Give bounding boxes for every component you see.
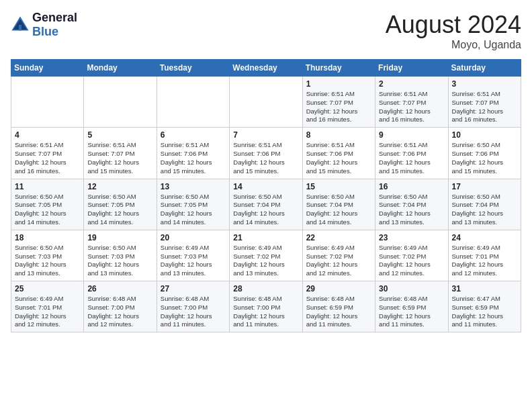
calendar-cell: 25Sunrise: 6:49 AM Sunset: 7:01 PM Dayli… xyxy=(11,281,84,332)
calendar-cell: 2Sunrise: 6:51 AM Sunset: 7:07 PM Daylig… xyxy=(375,77,448,128)
day-info: Sunrise: 6:47 AM Sunset: 6:59 PM Dayligh… xyxy=(452,295,517,329)
calendar-cell: 5Sunrise: 6:51 AM Sunset: 7:07 PM Daylig… xyxy=(84,128,157,179)
day-info: Sunrise: 6:48 AM Sunset: 7:00 PM Dayligh… xyxy=(161,295,226,329)
logo-icon xyxy=(11,15,30,34)
logo: General Blue xyxy=(11,11,77,39)
location-subtitle: Moyo, Uganda xyxy=(386,39,521,51)
day-number: 4 xyxy=(15,130,80,140)
day-number: 29 xyxy=(306,284,371,293)
weekday-header-friday: Friday xyxy=(375,60,448,77)
calendar-cell: 18Sunrise: 6:50 AM Sunset: 7:03 PM Dayli… xyxy=(11,230,84,281)
day-info: Sunrise: 6:50 AM Sunset: 7:04 PM Dayligh… xyxy=(306,193,371,227)
svg-rect-2 xyxy=(19,25,21,30)
calendar-cell: 24Sunrise: 6:49 AM Sunset: 7:01 PM Dayli… xyxy=(448,230,521,281)
calendar-cell: 1Sunrise: 6:51 AM Sunset: 7:07 PM Daylig… xyxy=(302,77,375,128)
calendar-cell xyxy=(230,77,302,128)
day-info: Sunrise: 6:50 AM Sunset: 7:05 PM Dayligh… xyxy=(87,193,152,227)
weekday-header-saturday: Saturday xyxy=(448,60,521,77)
day-number: 20 xyxy=(161,233,226,242)
day-number: 10 xyxy=(452,130,517,140)
calendar-cell: 7Sunrise: 6:51 AM Sunset: 7:06 PM Daylig… xyxy=(230,128,302,179)
calendar-cell: 21Sunrise: 6:49 AM Sunset: 7:02 PM Dayli… xyxy=(230,230,302,281)
day-number: 9 xyxy=(379,130,444,140)
day-number: 16 xyxy=(379,182,444,191)
calendar-cell: 29Sunrise: 6:48 AM Sunset: 6:59 PM Dayli… xyxy=(302,281,375,332)
day-number: 7 xyxy=(233,130,298,140)
calendar-cell: 6Sunrise: 6:51 AM Sunset: 7:06 PM Daylig… xyxy=(157,128,229,179)
calendar-cell: 27Sunrise: 6:48 AM Sunset: 7:00 PM Dayli… xyxy=(157,281,229,332)
month-year-title: August 2024 xyxy=(386,11,521,39)
day-number: 30 xyxy=(379,284,444,293)
week-row-1: 1Sunrise: 6:51 AM Sunset: 7:07 PM Daylig… xyxy=(11,77,521,128)
week-row-4: 18Sunrise: 6:50 AM Sunset: 7:03 PM Dayli… xyxy=(11,230,521,281)
calendar-cell: 4Sunrise: 6:51 AM Sunset: 7:07 PM Daylig… xyxy=(11,128,84,179)
day-number: 25 xyxy=(15,284,80,293)
week-row-2: 4Sunrise: 6:51 AM Sunset: 7:07 PM Daylig… xyxy=(11,128,521,179)
day-info: Sunrise: 6:50 AM Sunset: 7:04 PM Dayligh… xyxy=(379,193,444,227)
day-number: 17 xyxy=(452,182,517,191)
day-info: Sunrise: 6:50 AM Sunset: 7:04 PM Dayligh… xyxy=(452,193,517,227)
day-number: 28 xyxy=(233,284,298,293)
day-number: 3 xyxy=(452,79,517,89)
day-info: Sunrise: 6:49 AM Sunset: 7:02 PM Dayligh… xyxy=(379,244,444,278)
week-row-3: 11Sunrise: 6:50 AM Sunset: 7:05 PM Dayli… xyxy=(11,179,521,230)
day-number: 1 xyxy=(306,79,371,89)
calendar-cell: 3Sunrise: 6:51 AM Sunset: 7:07 PM Daylig… xyxy=(448,77,521,128)
day-number: 13 xyxy=(161,182,226,191)
day-info: Sunrise: 6:50 AM Sunset: 7:03 PM Dayligh… xyxy=(87,244,152,278)
day-info: Sunrise: 6:49 AM Sunset: 7:01 PM Dayligh… xyxy=(452,244,517,278)
day-info: Sunrise: 6:51 AM Sunset: 7:07 PM Dayligh… xyxy=(87,141,152,175)
day-info: Sunrise: 6:49 AM Sunset: 7:01 PM Dayligh… xyxy=(15,295,80,329)
weekday-header-monday: Monday xyxy=(84,60,157,77)
day-number: 8 xyxy=(306,130,371,140)
calendar-cell: 23Sunrise: 6:49 AM Sunset: 7:02 PM Dayli… xyxy=(375,230,448,281)
calendar-cell: 19Sunrise: 6:50 AM Sunset: 7:03 PM Dayli… xyxy=(84,230,157,281)
calendar-cell: 11Sunrise: 6:50 AM Sunset: 7:05 PM Dayli… xyxy=(11,179,84,230)
logo-text-general: General xyxy=(32,11,77,25)
day-number: 18 xyxy=(15,233,80,242)
day-number: 2 xyxy=(379,79,444,89)
day-number: 24 xyxy=(452,233,517,242)
calendar-cell: 13Sunrise: 6:50 AM Sunset: 7:05 PM Dayli… xyxy=(157,179,229,230)
day-info: Sunrise: 6:48 AM Sunset: 7:00 PM Dayligh… xyxy=(87,295,152,329)
page-header: General Blue August 2024 Moyo, Uganda xyxy=(11,11,521,51)
calendar-cell: 14Sunrise: 6:50 AM Sunset: 7:04 PM Dayli… xyxy=(230,179,302,230)
day-info: Sunrise: 6:51 AM Sunset: 7:07 PM Dayligh… xyxy=(15,141,80,175)
calendar-cell: 31Sunrise: 6:47 AM Sunset: 6:59 PM Dayli… xyxy=(448,281,521,332)
weekday-header-row: SundayMondayTuesdayWednesdayThursdayFrid… xyxy=(11,60,521,77)
day-info: Sunrise: 6:51 AM Sunset: 7:06 PM Dayligh… xyxy=(233,141,298,175)
day-info: Sunrise: 6:50 AM Sunset: 7:05 PM Dayligh… xyxy=(161,193,226,227)
day-number: 23 xyxy=(379,233,444,242)
logo-text-blue: Blue xyxy=(32,25,58,38)
day-info: Sunrise: 6:51 AM Sunset: 7:06 PM Dayligh… xyxy=(306,141,371,175)
calendar-cell: 16Sunrise: 6:50 AM Sunset: 7:04 PM Dayli… xyxy=(375,179,448,230)
day-number: 11 xyxy=(15,182,80,191)
day-info: Sunrise: 6:49 AM Sunset: 7:02 PM Dayligh… xyxy=(306,244,371,278)
calendar-cell: 10Sunrise: 6:50 AM Sunset: 7:06 PM Dayli… xyxy=(448,128,521,179)
calendar-cell: 17Sunrise: 6:50 AM Sunset: 7:04 PM Dayli… xyxy=(448,179,521,230)
calendar-cell: 8Sunrise: 6:51 AM Sunset: 7:06 PM Daylig… xyxy=(302,128,375,179)
calendar-table: SundayMondayTuesdayWednesdayThursdayFrid… xyxy=(11,59,521,332)
day-info: Sunrise: 6:51 AM Sunset: 7:06 PM Dayligh… xyxy=(379,141,444,175)
day-info: Sunrise: 6:49 AM Sunset: 7:03 PM Dayligh… xyxy=(161,244,226,278)
calendar-cell xyxy=(84,77,157,128)
calendar-cell: 15Sunrise: 6:50 AM Sunset: 7:04 PM Dayli… xyxy=(302,179,375,230)
calendar-cell: 26Sunrise: 6:48 AM Sunset: 7:00 PM Dayli… xyxy=(84,281,157,332)
calendar-cell: 22Sunrise: 6:49 AM Sunset: 7:02 PM Dayli… xyxy=(302,230,375,281)
weekday-header-thursday: Thursday xyxy=(302,60,375,77)
day-number: 12 xyxy=(87,182,152,191)
day-info: Sunrise: 6:48 AM Sunset: 7:00 PM Dayligh… xyxy=(233,295,298,329)
weekday-header-wednesday: Wednesday xyxy=(230,60,302,77)
calendar-cell: 9Sunrise: 6:51 AM Sunset: 7:06 PM Daylig… xyxy=(375,128,448,179)
day-number: 31 xyxy=(452,284,517,293)
title-block: August 2024 Moyo, Uganda xyxy=(386,11,521,51)
day-number: 5 xyxy=(87,130,152,140)
calendar-cell: 30Sunrise: 6:48 AM Sunset: 6:59 PM Dayli… xyxy=(375,281,448,332)
week-row-5: 25Sunrise: 6:49 AM Sunset: 7:01 PM Dayli… xyxy=(11,281,521,332)
day-info: Sunrise: 6:48 AM Sunset: 6:59 PM Dayligh… xyxy=(306,295,371,329)
day-number: 19 xyxy=(87,233,152,242)
calendar-cell xyxy=(11,77,84,128)
day-number: 26 xyxy=(87,284,152,293)
day-info: Sunrise: 6:51 AM Sunset: 7:07 PM Dayligh… xyxy=(379,90,444,124)
day-info: Sunrise: 6:48 AM Sunset: 6:59 PM Dayligh… xyxy=(379,295,444,329)
